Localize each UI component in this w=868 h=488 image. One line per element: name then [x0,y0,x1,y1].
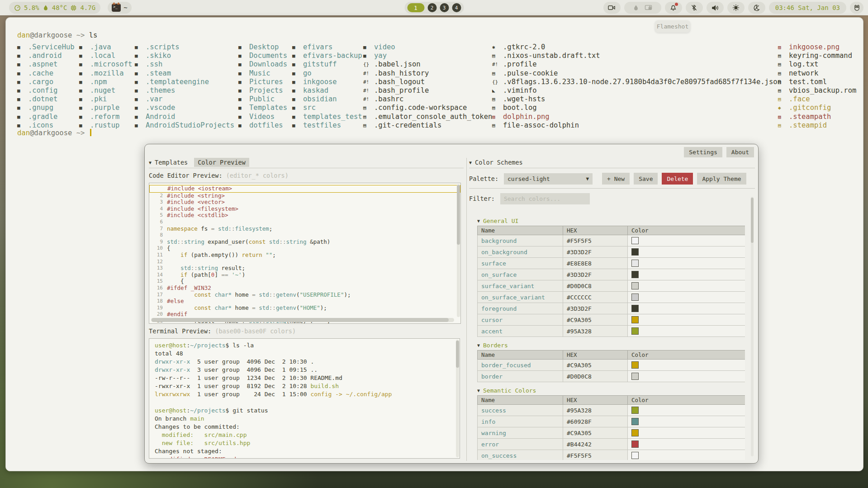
volume-button[interactable] [707,2,724,14]
workspace-3[interactable]: 3 [440,3,449,12]
screen-record-button[interactable] [603,2,621,14]
color-name[interactable]: info [478,416,563,427]
color-row[interactable]: on_background#3D3D2F [478,246,745,258]
palette-select[interactable]: cursed-light ▼ [504,173,593,185]
color-name[interactable]: foreground [478,303,563,314]
color-hex[interactable]: #F5F5F5 [563,450,628,460]
section-header[interactable]: ▼Semantic Colors [477,385,745,395]
flameshot-icon[interactable] [633,5,639,11]
color-swatch[interactable] [631,237,639,244]
new-palette-button[interactable]: + New [602,173,630,185]
about-button[interactable]: About [726,147,754,157]
save-palette-button[interactable]: Save [634,173,658,185]
color-swatch[interactable] [631,305,639,312]
color-row[interactable]: background#F5F5F5 [478,235,745,246]
color-name[interactable]: border_focused [478,360,563,371]
color-row[interactable]: accent#95A328 [478,326,745,337]
color-name[interactable]: surface_variant [478,280,563,292]
color-hex[interactable]: #95A328 [563,405,628,416]
color-name[interactable]: on_surface [478,269,563,280]
code-vertical-scrollbar[interactable] [457,184,460,317]
color-name[interactable]: border [478,371,563,382]
color-row[interactable]: on_surface_variant#CCCCCC [478,292,745,303]
color-row[interactable]: on_surface#3D3D2F [478,269,745,280]
color-swatch[interactable] [631,418,639,425]
color-swatch[interactable] [631,327,639,335]
color-name[interactable]: background [478,235,563,246]
color-swatch[interactable] [631,441,639,448]
terminal-preview[interactable]: user@host:~/projects$ ls -latotal 48drwx… [149,338,460,459]
color-name[interactable]: cursor [478,314,563,326]
color-swatch[interactable] [631,294,639,301]
color-hex[interactable]: #3D3D2F [563,303,628,314]
color-hex[interactable]: #CCCCCC [563,292,628,303]
color-swatch[interactable] [631,407,639,414]
color-swatch[interactable] [631,373,639,380]
color-name[interactable]: on_surface_variant [478,292,563,303]
color-hex[interactable]: #3D3D2F [563,269,628,280]
color-row[interactable]: info#60928F [478,416,745,427]
bluetooth-toggle[interactable] [686,2,703,14]
tab-color-preview[interactable]: Color Preview [194,158,249,167]
color-row[interactable]: error#B44242 [478,439,745,450]
color-swatch[interactable] [631,260,639,267]
section-header[interactable]: ▼Borders [477,340,745,350]
color-swatch[interactable] [631,429,639,436]
notifications-button[interactable] [665,2,682,14]
workspace-2[interactable]: 2 [427,3,436,12]
color-row[interactable]: surface_variant#D0D0C8 [478,280,745,292]
color-row[interactable]: warning#C9A305 [478,427,745,439]
color-hex[interactable]: #F5F5F5 [563,235,628,246]
workspace-4[interactable]: 4 [452,3,461,12]
tab-templates[interactable]: Templates [155,159,188,166]
filter-input[interactable] [500,193,590,204]
active-app-indicator[interactable]: >_ ~ [108,2,131,14]
color-name[interactable]: on_background [478,246,563,258]
color-hex[interactable]: #C9A305 [563,427,628,439]
color-name[interactable]: error [478,439,563,450]
color-row[interactable]: cursor#C9A305 [478,314,745,326]
section-header[interactable]: ▼General UI [477,216,745,226]
settings-button[interactable]: Settings [684,147,722,157]
color-hex[interactable]: #C9A305 [563,314,628,326]
color-hex[interactable]: #95A328 [563,326,628,337]
templates-expander-icon[interactable]: ▼ [149,160,152,165]
clock[interactable]: 03:46 Sat, Jan 03 [769,2,846,14]
color-name[interactable]: on_success [478,450,563,460]
color-row[interactable]: foreground#3D3D2F [478,303,745,314]
code-editor-preview[interactable]: #include <iostream>2#include <string>3#i… [149,183,461,324]
color-hex[interactable]: #C9A305 [563,360,628,371]
color-swatch[interactable] [631,271,639,278]
launcher-button[interactable] [850,2,863,14]
color-row[interactable]: border_focused#C9A305 [478,360,745,371]
color-name[interactable]: surface [478,258,563,269]
apply-theme-button[interactable]: Apply Theme [697,173,746,185]
shell-prompt-current[interactable]: dan@darkgoose ~> [17,129,91,137]
screen-lock-icon[interactable] [645,5,652,11]
color-name[interactable]: accent [478,326,563,337]
color-hex[interactable]: #E8E8E8 [563,258,628,269]
color-hex[interactable]: #D0D0C8 [563,371,628,382]
color-swatch[interactable] [631,282,639,289]
color-hex[interactable]: #60928F [563,416,628,427]
night-light-toggle[interactable] [748,2,765,14]
code-horizontal-scrollbar[interactable] [151,318,454,322]
delete-palette-button[interactable]: Delete [662,173,693,185]
color-hex[interactable]: #D0D0C8 [563,280,628,292]
color-hex[interactable]: #3D3D2F [563,246,628,258]
color-name[interactable]: warning [478,427,563,439]
color-schemes-expander-icon[interactable]: ▼ [469,160,472,165]
color-swatch[interactable] [631,316,639,323]
color-row[interactable]: surface#E8E8E8 [478,258,745,269]
terminal-preview-scrollbar[interactable] [456,340,459,457]
color-name[interactable]: success [478,405,563,416]
color-row[interactable]: success#95A328 [478,405,745,416]
color-swatch[interactable] [631,452,639,459]
color-row[interactable]: border#D0D0C8 [478,371,745,382]
color-swatch[interactable] [631,248,639,256]
workspace-1-active[interactable]: 1 [407,3,424,12]
brightness-button[interactable] [727,2,745,14]
color-hex[interactable]: #B44242 [563,439,628,450]
colors-scrollbar[interactable] [751,197,754,456]
color-swatch[interactable] [631,361,639,369]
